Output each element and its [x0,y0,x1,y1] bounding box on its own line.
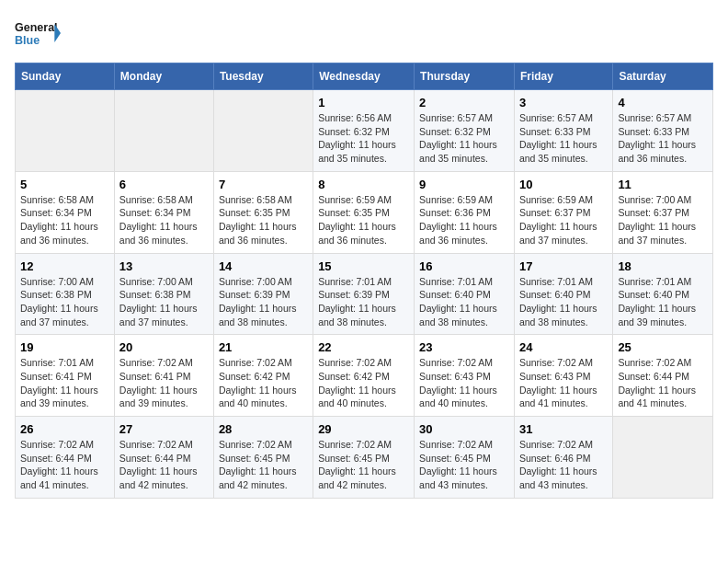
calendar-cell: 6Sunrise: 6:58 AMSunset: 6:34 PMDaylight… [114,171,213,253]
svg-text:Blue: Blue [15,34,40,47]
col-header-friday: Friday [514,63,612,90]
day-number: 18 [618,259,708,273]
day-info: Sunrise: 7:02 AMSunset: 6:45 PMDaylight:… [219,438,308,492]
day-info: Sunrise: 7:02 AMSunset: 6:44 PMDaylight:… [20,438,109,492]
calendar-cell [213,90,313,172]
calendar-cell: 8Sunrise: 6:59 AMSunset: 6:35 PMDaylight… [313,171,415,253]
day-number: 29 [318,422,409,436]
day-number: 14 [219,259,308,273]
calendar-cell: 20Sunrise: 7:02 AMSunset: 6:41 PMDayligh… [114,335,213,417]
calendar-cell: 12Sunrise: 7:00 AMSunset: 6:38 PMDayligh… [16,253,115,335]
day-info: Sunrise: 7:02 AMSunset: 6:42 PMDaylight:… [318,356,409,410]
day-info: Sunrise: 6:58 AMSunset: 6:35 PMDaylight:… [219,193,308,247]
day-number: 8 [318,178,409,191]
calendar-cell: 4Sunrise: 6:57 AMSunset: 6:33 PMDaylight… [613,90,713,172]
calendar-cell [16,90,115,172]
day-number: 16 [419,259,509,273]
day-number: 10 [519,178,608,191]
day-info: Sunrise: 6:58 AMSunset: 6:34 PMDaylight:… [119,193,209,247]
logo: General Blue [15,15,61,52]
week-row-3: 12Sunrise: 7:00 AMSunset: 6:38 PMDayligh… [16,253,713,335]
day-info: Sunrise: 7:02 AMSunset: 6:43 PMDaylight:… [419,356,509,410]
day-number: 28 [219,422,308,436]
day-number: 6 [119,178,209,191]
day-info: Sunrise: 6:59 AMSunset: 6:35 PMDaylight:… [318,193,409,247]
calendar-cell: 13Sunrise: 7:00 AMSunset: 6:38 PMDayligh… [114,253,213,335]
col-header-tuesday: Tuesday [213,63,313,90]
calendar-cell: 15Sunrise: 7:01 AMSunset: 6:39 PMDayligh… [313,253,415,335]
day-info: Sunrise: 7:02 AMSunset: 6:42 PMDaylight:… [219,356,308,410]
day-info: Sunrise: 7:02 AMSunset: 6:43 PMDaylight:… [519,356,608,410]
day-info: Sunrise: 7:01 AMSunset: 6:40 PMDaylight:… [618,275,708,329]
calendar-cell: 1Sunrise: 6:56 AMSunset: 6:32 PMDaylight… [313,90,415,172]
day-info: Sunrise: 6:56 AMSunset: 6:32 PMDaylight:… [318,111,409,166]
day-info: Sunrise: 7:01 AMSunset: 6:40 PMDaylight:… [419,275,509,329]
day-number: 5 [20,178,109,191]
calendar-cell: 5Sunrise: 6:58 AMSunset: 6:34 PMDaylight… [16,171,115,253]
week-row-1: 1Sunrise: 6:56 AMSunset: 6:32 PMDaylight… [16,90,713,172]
day-number: 13 [119,259,209,273]
day-info: Sunrise: 7:01 AMSunset: 6:41 PMDaylight:… [20,356,109,410]
calendar-cell: 28Sunrise: 7:02 AMSunset: 6:45 PMDayligh… [213,417,313,499]
day-number: 15 [318,259,409,273]
day-number: 1 [318,96,409,109]
col-header-saturday: Saturday [613,63,713,90]
col-header-sunday: Sunday [16,63,115,90]
calendar-cell: 30Sunrise: 7:02 AMSunset: 6:45 PMDayligh… [415,417,515,499]
col-header-monday: Monday [114,63,213,90]
day-number: 11 [618,178,708,191]
day-number: 17 [519,259,608,273]
week-row-5: 26Sunrise: 7:02 AMSunset: 6:44 PMDayligh… [16,417,713,499]
day-number: 21 [219,340,308,354]
day-number: 26 [20,422,109,436]
calendar-cell: 29Sunrise: 7:02 AMSunset: 6:45 PMDayligh… [313,417,415,499]
day-number: 30 [419,422,509,436]
day-number: 12 [20,259,109,273]
day-info: Sunrise: 7:01 AMSunset: 6:40 PMDaylight:… [519,275,608,329]
day-number: 22 [318,340,409,354]
day-info: Sunrise: 7:00 AMSunset: 6:39 PMDaylight:… [219,275,308,329]
day-number: 2 [419,96,509,109]
day-number: 31 [519,422,608,436]
calendar-cell: 23Sunrise: 7:02 AMSunset: 6:43 PMDayligh… [415,335,515,417]
day-info: Sunrise: 7:02 AMSunset: 6:44 PMDaylight:… [119,438,209,492]
day-info: Sunrise: 6:59 AMSunset: 6:36 PMDaylight:… [419,193,509,247]
day-info: Sunrise: 7:01 AMSunset: 6:39 PMDaylight:… [318,275,409,329]
week-row-4: 19Sunrise: 7:01 AMSunset: 6:41 PMDayligh… [16,335,713,417]
day-info: Sunrise: 6:57 AMSunset: 6:33 PMDaylight:… [618,111,708,166]
svg-text:General: General [15,21,58,34]
day-info: Sunrise: 7:00 AMSunset: 6:38 PMDaylight:… [119,275,209,329]
calendar-cell: 24Sunrise: 7:02 AMSunset: 6:43 PMDayligh… [514,335,612,417]
calendar-cell: 10Sunrise: 6:59 AMSunset: 6:37 PMDayligh… [514,171,612,253]
day-number: 3 [519,96,608,109]
calendar-cell: 18Sunrise: 7:01 AMSunset: 6:40 PMDayligh… [613,253,713,335]
day-number: 24 [519,340,608,354]
day-number: 20 [119,340,209,354]
logo-svg: General Blue [15,15,61,52]
calendar-cell: 16Sunrise: 7:01 AMSunset: 6:40 PMDayligh… [415,253,515,335]
svg-marker-2 [54,24,61,42]
calendar-cell: 14Sunrise: 7:00 AMSunset: 6:39 PMDayligh… [213,253,313,335]
calendar-cell [613,417,713,499]
calendar-cell: 17Sunrise: 7:01 AMSunset: 6:40 PMDayligh… [514,253,612,335]
day-info: Sunrise: 7:00 AMSunset: 6:38 PMDaylight:… [20,275,109,329]
calendar-cell: 25Sunrise: 7:02 AMSunset: 6:44 PMDayligh… [613,335,713,417]
calendar-cell: 31Sunrise: 7:02 AMSunset: 6:46 PMDayligh… [514,417,612,499]
calendar-cell: 26Sunrise: 7:02 AMSunset: 6:44 PMDayligh… [16,417,115,499]
calendar-header-row: SundayMondayTuesdayWednesdayThursdayFrid… [16,63,713,90]
calendar-table: SundayMondayTuesdayWednesdayThursdayFrid… [15,63,713,499]
day-info: Sunrise: 6:57 AMSunset: 6:32 PMDaylight:… [419,111,509,166]
calendar-cell: 19Sunrise: 7:01 AMSunset: 6:41 PMDayligh… [16,335,115,417]
day-number: 4 [618,96,708,109]
day-info: Sunrise: 6:58 AMSunset: 6:34 PMDaylight:… [20,193,109,247]
calendar-cell: 9Sunrise: 6:59 AMSunset: 6:36 PMDaylight… [415,171,515,253]
day-info: Sunrise: 6:57 AMSunset: 6:33 PMDaylight:… [519,111,608,166]
page-header: General Blue [15,15,713,52]
day-info: Sunrise: 7:02 AMSunset: 6:45 PMDaylight:… [318,438,409,492]
day-number: 23 [419,340,509,354]
day-info: Sunrise: 7:02 AMSunset: 6:45 PMDaylight:… [419,438,509,492]
calendar-cell: 21Sunrise: 7:02 AMSunset: 6:42 PMDayligh… [213,335,313,417]
calendar-cell: 22Sunrise: 7:02 AMSunset: 6:42 PMDayligh… [313,335,415,417]
col-header-wednesday: Wednesday [313,63,415,90]
day-number: 7 [219,178,308,191]
